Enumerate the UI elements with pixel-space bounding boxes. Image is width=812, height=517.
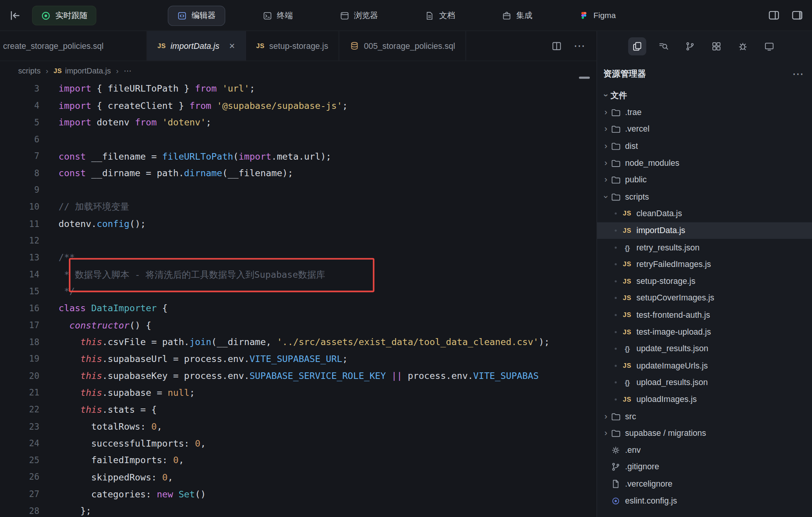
tree-item-upload_results.json[interactable]: {}upload_results.json	[597, 374, 812, 391]
tree-item-.vercelignore[interactable]: .vercelignore	[597, 475, 812, 492]
nav-tab-终端[interactable]: 终端	[253, 5, 302, 26]
tree-item-label: public	[625, 175, 647, 185]
tree-item-importData.js[interactable]: JSimportData.js	[597, 222, 812, 239]
js-file-icon: JS	[621, 261, 633, 268]
code-text: this.csvFile = path.join(__dirname, '../…	[39, 337, 549, 347]
line-number: 11	[0, 219, 39, 229]
nav-tab-label: 终端	[277, 10, 293, 21]
nav-tab-浏览器[interactable]: 浏览器	[330, 5, 388, 26]
tab-title: 005_storage_policies.sql	[364, 41, 455, 50]
editor-tab-importData.js[interactable]: JSimportData.js×	[147, 31, 246, 61]
split-editor-icon[interactable]	[551, 40, 562, 52]
code-text: };	[39, 506, 91, 516]
breadcrumb-item[interactable]: ⋯	[124, 66, 131, 75]
nav-tab-集成[interactable]: 集成	[493, 5, 542, 26]
item-dot	[615, 331, 617, 333]
line-number: 26	[0, 472, 39, 482]
tree-item-.env[interactable]: .env	[597, 442, 812, 459]
code-line: 3import { fileURLToPath } from 'url';	[0, 80, 597, 97]
git-icon	[611, 462, 621, 472]
line-number: 13	[0, 253, 39, 263]
editor-tab-005_storage_policies.sql[interactable]: 005_storage_policies.sql	[339, 31, 466, 61]
tab-title: create_storage_policies.sql	[3, 41, 103, 50]
code-line: 4import { createClient } from '@supabase…	[0, 97, 597, 114]
tree-item-.vercel[interactable]: ›.vercel	[597, 121, 812, 138]
nav-tab-编辑器[interactable]: 编辑器	[168, 5, 225, 26]
search-icon[interactable]	[654, 37, 672, 55]
code-line: 23 totalRows: 0,	[0, 418, 597, 435]
js-file-icon: JS	[621, 295, 633, 302]
tree-item-.trae[interactable]: ›.trae	[597, 104, 812, 121]
extensions-icon[interactable]	[707, 37, 725, 55]
tree-item-public[interactable]: ›public	[597, 172, 812, 188]
tree-item-updateImageUrls.js[interactable]: JSupdateImageUrls.js	[597, 357, 812, 374]
line-number: 4	[0, 101, 39, 111]
breadcrumb-item[interactable]: scripts	[18, 66, 40, 75]
tree-item-scripts[interactable]: ›scripts	[597, 188, 812, 205]
js-file-icon: JS	[256, 42, 265, 50]
code-line: 8const __dirname = path.dirname(__filena…	[0, 165, 597, 182]
editor-tab-create_storage_policies.sql[interactable]: create_storage_policies.sql	[0, 31, 147, 61]
folder-icon	[611, 175, 621, 185]
live-follow-label: 实时跟随	[55, 10, 88, 21]
code-line: 28 };	[0, 502, 597, 517]
tree-item-retry_results.json[interactable]: {}retry_results.json	[597, 239, 812, 256]
eslint-icon	[611, 495, 621, 506]
code-text: this.supabase = null;	[39, 387, 195, 398]
tree-item-supabase / migrations[interactable]: ›supabase / migrations	[597, 425, 812, 442]
panel-right-icon[interactable]	[791, 9, 804, 22]
tree-item-dist[interactable]: ›dist	[597, 138, 812, 155]
chevron-right-icon: ›	[601, 124, 611, 135]
tree-item-retryFailedImages.js[interactable]: JSretryFailedImages.js	[597, 256, 812, 273]
nav-tab-Figma[interactable]: Figma	[570, 6, 625, 25]
code-text: // 加载环境变量	[39, 201, 129, 213]
live-follow-button[interactable]: 实时跟随	[32, 6, 97, 25]
line-number: 23	[0, 422, 39, 432]
tree-item-文件[interactable]: ›文件	[597, 87, 812, 104]
tree-item-update_results.json[interactable]: {}update_results.json	[597, 340, 812, 357]
tree-item-.gitignore[interactable]: .gitignore	[597, 459, 812, 475]
file-icon	[611, 479, 621, 489]
tab-more-icon[interactable]: ⋯	[574, 40, 585, 52]
files-icon[interactable]	[628, 37, 646, 55]
tree-item-label: test-frontend-auth.js	[636, 310, 710, 320]
tree-item-eslint.config.js[interactable]: eslint.config.js	[597, 492, 812, 509]
minimap-handle[interactable]	[579, 77, 590, 78]
nav-tab-文档[interactable]: 文档	[415, 5, 464, 26]
js-file-icon: JS	[621, 328, 633, 335]
explorer-more-icon[interactable]: ⋯	[792, 68, 804, 80]
js-file-icon: JS	[621, 278, 633, 285]
nav-tab-label: 浏览器	[354, 10, 378, 21]
editor-tab-setup-storage.js[interactable]: JSsetup-storage.js	[246, 31, 339, 61]
breadcrumb-item[interactable]: JSimportData.js	[53, 66, 111, 75]
tree-item-label: upload_results.json	[636, 378, 708, 387]
tree-item-uploadImages.js[interactable]: JSuploadImages.js	[597, 391, 812, 408]
code-text: * 数据导入脚本 - 将清洗后的工具数据导入到Supabase数据库	[39, 268, 325, 280]
tree-item-cleanData.js[interactable]: JScleanData.js	[597, 205, 812, 222]
code-line: 5import dotenv from 'dotenv';	[0, 114, 597, 131]
tree-item-src[interactable]: ›src	[597, 408, 812, 425]
folder-icon	[611, 411, 621, 422]
panel-layout-icon[interactable]	[767, 9, 780, 22]
chevron-right-icon: ›	[601, 141, 611, 151]
tree-item-node_modules[interactable]: ›node_modules	[597, 155, 812, 172]
tree-item-test-image-upload.js[interactable]: JStest-image-upload.js	[597, 324, 812, 340]
terminal-icon	[262, 11, 272, 21]
debug-icon[interactable]	[734, 37, 752, 55]
code-text: const __filename = fileURLToPath(import.…	[39, 151, 331, 162]
tree-item-setupCoverImages.js[interactable]: JSsetupCoverImages.js	[597, 290, 812, 307]
app-window: 实时跟随 编辑器终端浏览器文档集成Figma create_storage_po…	[0, 0, 812, 517]
source-control-icon[interactable]	[681, 37, 699, 55]
remote-icon[interactable]	[760, 37, 778, 55]
tree-item-setup-storage.js[interactable]: JSsetup-storage.js	[597, 273, 812, 290]
close-tab-icon[interactable]: ×	[229, 41, 235, 51]
line-number: 28	[0, 506, 39, 516]
tree-item-test-frontend-auth.js[interactable]: JStest-frontend-auth.js	[597, 307, 812, 324]
breadcrumb[interactable]: scripts›JSimportData.js›⋯	[0, 61, 597, 80]
collapse-panel-icon[interactable]	[8, 9, 22, 22]
workspace-nav-tabs: 编辑器终端浏览器文档集成Figma	[168, 0, 625, 31]
code-editor[interactable]: 3import { fileURLToPath } from 'url';4im…	[0, 80, 597, 517]
folder-icon	[611, 428, 621, 439]
code-text: const __dirname = path.dirname(__filenam…	[39, 168, 293, 178]
js-file-icon: JS	[53, 67, 62, 74]
